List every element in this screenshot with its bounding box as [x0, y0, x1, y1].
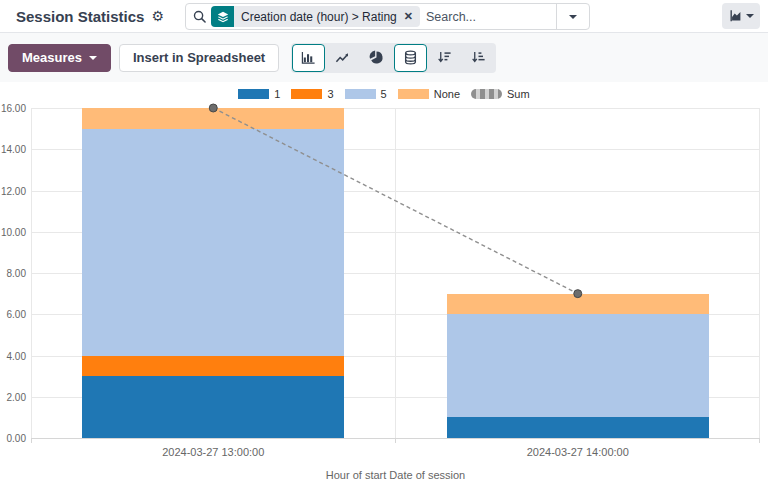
chevron-down-icon — [89, 56, 97, 60]
measures-label: Measures — [22, 50, 82, 65]
facet-label: Creation date (hour) > Rating — [241, 10, 397, 24]
search-bar[interactable]: Creation date (hour) > Rating ✕ — [185, 3, 590, 30]
legend-item[interactable]: 1 — [238, 88, 280, 100]
x-axis-tick — [31, 438, 32, 443]
view-switcher-button[interactable] — [722, 3, 760, 29]
insert-label: Insert in Spreadsheet — [133, 50, 265, 65]
pie-chart-button[interactable] — [360, 44, 393, 72]
legend-item[interactable]: Sum — [471, 88, 530, 100]
x-tick-label: 2024-03-27 14:00:00 — [527, 446, 629, 458]
y-tick-label: 16.00 — [1, 103, 26, 114]
chevron-down-icon — [569, 15, 577, 19]
y-tick-label: 6.00 — [7, 309, 26, 320]
y-tick-label: 12.00 — [1, 185, 26, 196]
legend-swatch — [291, 89, 322, 99]
chevron-down-icon — [746, 14, 754, 18]
graph-view: 135NoneSum 0.002.004.006.008.0010.0012.0… — [0, 82, 768, 486]
bar-chart-button[interactable] — [292, 44, 325, 72]
legend-label: None — [434, 88, 460, 100]
y-tick-label: 4.00 — [7, 350, 26, 361]
sum-line — [31, 108, 760, 438]
x-axis-tick — [759, 438, 760, 443]
sort-desc-button[interactable] — [428, 44, 461, 72]
search-facet[interactable]: Creation date (hour) > Rating ✕ — [211, 6, 420, 27]
legend-label: 5 — [381, 88, 387, 100]
pie-chart-icon — [369, 50, 384, 65]
legend-label: 1 — [274, 88, 280, 100]
search-input[interactable] — [420, 10, 556, 24]
sum-point[interactable] — [209, 104, 217, 112]
x-tick-label: 2024-03-27 13:00:00 — [162, 446, 264, 458]
legend-swatch — [398, 89, 429, 99]
chart-legend: 135NoneSum — [0, 88, 768, 100]
legend-item[interactable]: 5 — [345, 88, 387, 100]
line-chart-button[interactable] — [326, 44, 359, 72]
page-title: Session Statistics — [16, 8, 144, 25]
area-chart-icon — [729, 9, 743, 23]
insert-in-spreadsheet-button[interactable]: Insert in Spreadsheet — [119, 44, 279, 72]
y-tick-label: 8.00 — [7, 268, 26, 279]
legend-label: Sum — [507, 88, 530, 100]
sum-point[interactable] — [574, 290, 582, 298]
gear-icon[interactable]: ⚙ — [151, 9, 164, 23]
sort-desc-icon — [437, 50, 452, 65]
legend-swatch — [345, 89, 376, 99]
control-panel-header: Session Statistics ⚙ Creation date (hour… — [0, 0, 768, 33]
chart-type-group — [291, 43, 496, 73]
x-axis-tick — [395, 438, 396, 443]
stacked-button[interactable] — [394, 44, 427, 72]
groupby-layers-icon — [211, 6, 234, 27]
facet-remove-icon[interactable]: ✕ — [404, 10, 413, 23]
stacked-database-icon — [403, 50, 418, 65]
search-options-toggle[interactable] — [556, 4, 589, 29]
y-tick-label: 2.00 — [7, 391, 26, 402]
facet-body: Creation date (hour) > Rating ✕ — [234, 6, 420, 27]
legend-swatch — [238, 89, 269, 99]
sort-asc-icon — [471, 50, 486, 65]
sort-asc-button[interactable] — [462, 44, 495, 72]
search-icon — [193, 10, 206, 23]
y-tick-label: 10.00 — [1, 226, 26, 237]
line-chart-icon — [335, 50, 350, 65]
graph-toolbar: Measures Insert in Spreadsheet — [0, 33, 768, 82]
x-axis-title: Hour of start Date of session — [326, 469, 465, 481]
measures-button[interactable]: Measures — [8, 44, 111, 72]
y-tick-label: 0.00 — [7, 433, 26, 444]
legend-item[interactable]: None — [398, 88, 460, 100]
y-tick-label: 14.00 — [1, 144, 26, 155]
legend-item[interactable]: 3 — [291, 88, 333, 100]
legend-label: 3 — [327, 88, 333, 100]
legend-swatch — [471, 89, 502, 99]
breadcrumb: Session Statistics ⚙ — [16, 8, 164, 25]
bar-chart-icon — [301, 50, 316, 65]
